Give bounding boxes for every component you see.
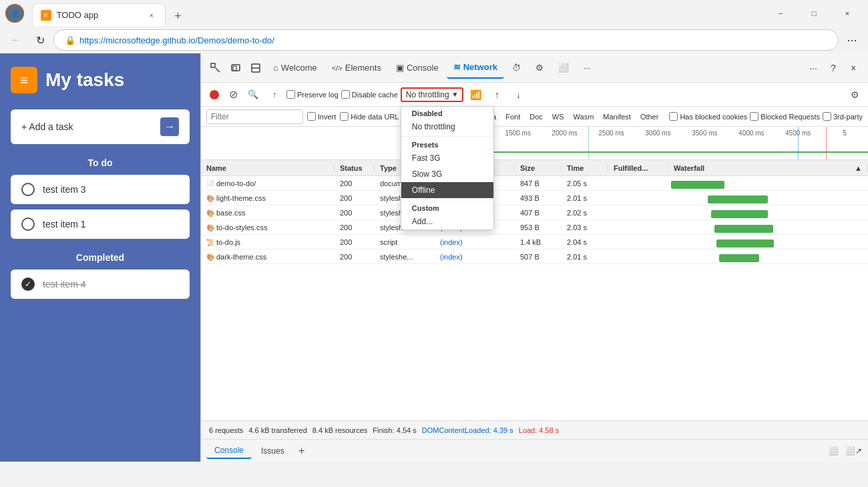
download-icon-button[interactable]: ↓ <box>509 85 527 104</box>
table-row[interactable]: 🎨to-do-styles.css 200 styleshe... (index… <box>201 220 868 235</box>
disable-cache-label[interactable]: Disable cache <box>341 90 398 99</box>
main-area: My tasks + Add a task → To do test item … <box>0 53 868 462</box>
tab-console[interactable]: ▣ Console <box>389 57 445 79</box>
has-blocked-cookies-checkbox[interactable] <box>669 112 678 121</box>
hide-data-url-checkbox[interactable] <box>340 112 349 121</box>
filter-input[interactable] <box>206 109 303 124</box>
minimize-button[interactable]: − <box>765 3 796 24</box>
bottom-dock-button[interactable]: ⬜ <box>824 442 843 460</box>
devtools-panel: ⌂ Welcome </> Elements ▣ Console ≋ Netwo… <box>200 53 868 462</box>
tab-console-bottom[interactable]: Console <box>206 443 252 459</box>
back-button[interactable]: ← <box>5 29 27 51</box>
preserve-log-checkbox[interactable] <box>286 90 295 99</box>
settings-icon: ⚙ <box>535 63 544 73</box>
refresh-button[interactable]: ↻ <box>29 29 51 51</box>
filter-ws-button[interactable]: WS <box>548 112 568 121</box>
td-initiator[interactable]: (index) <box>435 253 515 261</box>
third-party-checkbox[interactable] <box>823 112 831 121</box>
th-status: Status <box>335 164 375 172</box>
close-window-button[interactable]: × <box>832 3 863 24</box>
has-blocked-cookies-label[interactable]: Has blocked cookies <box>669 112 747 121</box>
table-row[interactable]: 📜to-do.js 200 script (index) 1.4 kB 2.04… <box>201 235 868 250</box>
custom-section-label: Custom <box>401 201 493 213</box>
th-size: Size <box>515 164 562 172</box>
disable-cache-checkbox[interactable] <box>341 90 350 99</box>
elements-icon: </> <box>332 64 343 72</box>
bottom-expand-button[interactable]: ⬜↗ <box>844 442 863 460</box>
network-settings-button[interactable]: ⚙ <box>847 87 863 103</box>
filter-icon-button[interactable]: 🔍 <box>244 85 262 104</box>
browser-tab[interactable]: TODO app × <box>32 3 166 26</box>
filter-manifest-button[interactable]: Manifest <box>599 112 635 121</box>
filter-wasm-button[interactable]: Wasm <box>570 112 598 121</box>
table-header: Name Status Type Initiator Size Time Ful… <box>201 160 868 176</box>
clear-button[interactable]: ⊘ <box>225 87 241 103</box>
offline-option[interactable]: Offline <box>401 182 493 198</box>
console-icon: ▣ <box>396 63 404 73</box>
slow-3g-option[interactable]: Slow 3G <box>401 166 493 182</box>
preserve-log-label[interactable]: Preserve log <box>286 90 339 99</box>
tab-more[interactable]: ··· <box>577 57 598 79</box>
add-bottom-tab-button[interactable]: + <box>294 443 310 459</box>
tab-settings[interactable]: ⚙ <box>529 57 550 79</box>
browser-more-button[interactable]: ··· <box>841 29 863 51</box>
maximize-button[interactable]: □ <box>799 3 829 24</box>
filter-font-button[interactable]: Font <box>501 112 524 121</box>
tab-title: TODO app <box>57 10 141 20</box>
waterfall-bar <box>711 210 768 218</box>
td-size: 953 B <box>515 223 562 231</box>
hide-data-url-label[interactable]: Hide data URL <box>340 112 399 121</box>
filter-other-button[interactable]: Other <box>636 112 663 121</box>
add-task-label: + Add a task <box>21 121 73 132</box>
blocked-requests-checkbox[interactable] <box>750 112 758 121</box>
devtools-more-button[interactable]: ··· <box>804 59 823 77</box>
fast-3g-option[interactable]: Fast 3G <box>401 150 493 166</box>
throttle-select[interactable]: No throttling ▼ <box>401 87 464 102</box>
list-item[interactable]: test item 3 <box>11 175 190 204</box>
devtools-close-button[interactable]: × <box>844 59 863 77</box>
task-checkbox-checked[interactable] <box>21 278 35 291</box>
import-button[interactable]: ↑ <box>265 85 284 104</box>
record-button[interactable] <box>206 87 222 103</box>
tab-issues-bottom[interactable]: Issues <box>253 444 292 458</box>
finish-time: Finish: 4.54 s <box>373 426 416 434</box>
third-party-label[interactable]: 3rd-party <box>823 112 863 121</box>
tab-extensions[interactable]: ⬜ <box>552 57 576 79</box>
th-time: Time <box>562 164 608 172</box>
task-text-completed: test item 4 <box>43 279 86 290</box>
device-emulation-button[interactable] <box>226 59 245 77</box>
upload-icon-button[interactable]: ↑ <box>487 85 506 104</box>
add-option[interactable]: Add... <box>401 213 493 229</box>
list-item[interactable]: test item 4 <box>11 270 190 299</box>
table-row[interactable]: 🎨dark-theme.css 200 styleshe... (index) … <box>201 250 868 264</box>
td-time: 2.01 s <box>562 253 608 261</box>
invert-checkbox[interactable] <box>307 112 316 121</box>
address-input[interactable]: 🔒 https://microsoftedge.github.io/Demos/… <box>53 29 839 51</box>
td-status: 200 <box>335 238 375 246</box>
task-checkbox[interactable] <box>21 183 35 196</box>
tab-close-button[interactable]: × <box>146 10 157 21</box>
task-checkbox[interactable] <box>21 217 35 231</box>
td-waterfall <box>668 221 868 233</box>
table-row[interactable]: 🎨light-theme.css 200 styleshe... (index)… <box>201 191 868 205</box>
no-throttling-option[interactable]: No throttling <box>401 119 493 135</box>
list-item[interactable]: test item 1 <box>11 209 190 239</box>
tab-welcome[interactable]: ⌂ Welcome <box>266 57 324 79</box>
table-row[interactable]: 📄demo-to-do/ 200 docum... Other 847 B 2.… <box>201 176 868 191</box>
inspect-element-button[interactable] <box>206 59 225 77</box>
wifi-icon-button[interactable]: 📶 <box>466 85 485 104</box>
tab-network[interactable]: ≋ Network <box>447 57 504 79</box>
tab-elements[interactable]: </> Elements <box>325 57 388 79</box>
td-type: script <box>375 238 435 246</box>
dock-button[interactable] <box>246 59 265 77</box>
blocked-requests-label[interactable]: Blocked Requests <box>750 112 820 121</box>
tab-performance[interactable]: ⏱ <box>505 57 527 79</box>
add-task-button[interactable]: + Add a task → <box>11 109 190 144</box>
new-tab-button[interactable]: + <box>168 6 188 26</box>
filter-doc-button[interactable]: Doc <box>525 112 547 121</box>
table-row[interactable]: 🎨base.css 200 styleshe... (index) 407 B … <box>201 205 868 220</box>
invert-label[interactable]: Invert <box>307 112 337 121</box>
devtools-help-button[interactable]: ? <box>824 59 843 77</box>
window-controls: − □ × <box>765 3 863 24</box>
td-initiator[interactable]: (index) <box>435 238 515 246</box>
